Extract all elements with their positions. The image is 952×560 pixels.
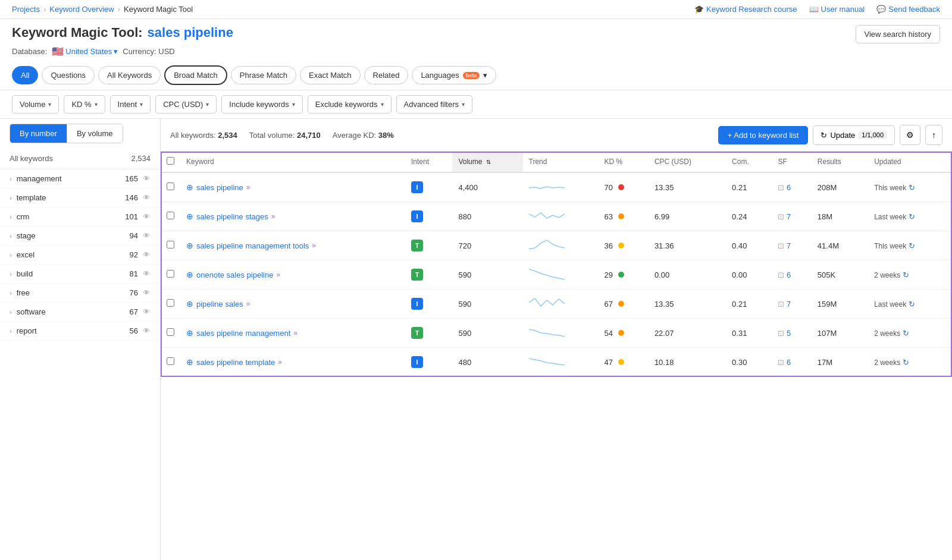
breadcrumb-keyword-overview[interactable]: Keyword Overview — [49, 5, 114, 14]
export-button[interactable]: ↑ — [925, 125, 942, 145]
page-title: Keyword Magic Tool: sales pipeline — [12, 25, 233, 40]
sidebar-item-build[interactable]: › build 81 👁 — [0, 265, 160, 284]
refresh-icon[interactable]: ↻ — [903, 329, 909, 338]
sidebar-header-label: All keywords — [10, 154, 53, 163]
cpc-cell-5: 22.07 — [649, 319, 726, 348]
refresh-icon[interactable]: ↻ — [909, 212, 915, 221]
sf-link-0[interactable]: 6 — [787, 183, 791, 192]
user-manual-link[interactable]: 📖 User manual — [809, 5, 865, 14]
chevron-right-icon: › — [10, 270, 12, 278]
plus-circle-icon: ⊕ — [186, 241, 193, 250]
keyword-link-0[interactable]: ⊕ sales pipeline » — [186, 183, 399, 192]
trend-cell-6 — [523, 348, 599, 377]
keyword-research-course-link[interactable]: 🎓 Keyword Research course — [694, 5, 797, 14]
sidebar-item-report[interactable]: › report 56 👁 — [0, 322, 160, 341]
intent-filter[interactable]: Intent ▾ — [110, 95, 151, 114]
by-number-button[interactable]: By number — [10, 124, 67, 143]
trend-cell-1 — [523, 202, 599, 231]
sidebar-item-stage[interactable]: › stage 94 👁 — [0, 226, 160, 246]
sf-link-5[interactable]: 5 — [787, 329, 791, 338]
tab-related[interactable]: Related — [364, 66, 409, 84]
keyword-link-2[interactable]: ⊕ sales pipeline management tools » — [186, 241, 399, 250]
sf-link-4[interactable]: 7 — [787, 300, 791, 309]
sf-link-2[interactable]: 7 — [787, 241, 791, 250]
refresh-icon[interactable]: ↻ — [909, 300, 915, 309]
keyword-link-6[interactable]: ⊕ sales pipeline template » — [186, 357, 399, 367]
cpc-header: CPC (USD) — [649, 152, 726, 172]
add-to-keyword-list-button[interactable]: + Add to keyword list — [718, 126, 809, 144]
row-checkbox-2 — [161, 231, 180, 260]
eye-icon[interactable]: 👁 — [143, 193, 151, 202]
update-button[interactable]: ↻ Update 1/1,000 — [813, 125, 895, 145]
trend-chart-1 — [529, 208, 565, 223]
sidebar-item-free[interactable]: › free 76 👁 — [0, 284, 160, 303]
sidebar-view-controls: By number By volume — [0, 119, 160, 148]
sf-link-6[interactable]: 6 — [787, 358, 791, 367]
sidebar-item-template[interactable]: › template 146 👁 — [0, 188, 160, 207]
send-feedback-link[interactable]: 💬 Send feedback — [876, 5, 940, 14]
keyword-link-1[interactable]: ⊕ sales pipeline stages » — [186, 212, 399, 221]
sidebar-item-excel[interactable]: › excel 92 👁 — [0, 246, 160, 265]
intent-badge-1: I — [411, 210, 423, 222]
tab-questions[interactable]: Questions — [42, 66, 95, 84]
eye-icon[interactable]: 👁 — [143, 269, 151, 278]
volume-filter[interactable]: Volume ▾ — [12, 95, 59, 114]
volume-cell-5: 590 — [452, 319, 522, 348]
chevron-right-icon: › — [10, 251, 12, 259]
sidebar-item-software[interactable]: › software 67 👁 — [0, 303, 160, 322]
select-all-checkbox[interactable] — [167, 157, 174, 165]
sidebar-header: All keywords 2,534 — [0, 148, 160, 169]
tab-broad-match[interactable]: Broad Match — [164, 65, 227, 85]
cpc-cell-2: 31.36 — [649, 231, 726, 260]
settings-button[interactable]: ⚙ — [900, 125, 920, 145]
tab-all-keywords[interactable]: All Keywords — [98, 66, 161, 84]
row-checkbox-5 — [161, 319, 180, 348]
view-history-button[interactable]: View search history — [856, 25, 940, 43]
updated-cell-4: Last week ↻ — [868, 290, 952, 319]
keyword-link-3[interactable]: ⊕ onenote sales pipeline » — [186, 270, 399, 279]
avg-kd-stat: Average KD: 38% — [333, 131, 394, 140]
sidebar-item-crm[interactable]: › crm 101 👁 — [0, 207, 160, 226]
refresh-icon[interactable]: ↻ — [903, 358, 909, 367]
eye-icon[interactable]: 👁 — [143, 231, 151, 240]
eye-icon[interactable]: 👁 — [143, 212, 151, 221]
cpc-filter[interactable]: CPC (USD) ▾ — [155, 95, 217, 114]
breadcrumb: Projects › Keyword Overview › Keyword Ma… — [12, 5, 193, 14]
results-header: Results — [812, 152, 868, 172]
eye-icon[interactable]: 👁 — [143, 250, 151, 259]
volume-header[interactable]: Volume ⇅ — [452, 152, 522, 172]
tab-all[interactable]: All — [12, 66, 38, 84]
languages-button[interactable]: Languages beta ▾ — [412, 66, 496, 84]
tab-phrase-match[interactable]: Phrase Match — [231, 66, 296, 84]
sf-cell-5: ⊡ 5 — [772, 319, 811, 348]
sidebar-item-management[interactable]: › management 165 👁 — [0, 169, 160, 188]
refresh-icon[interactable]: ↻ — [909, 183, 915, 192]
keyword-cell-4: ⊕ pipeline sales » — [180, 290, 405, 319]
keyword-link-5[interactable]: ⊕ sales pipeline management » — [186, 328, 399, 338]
cpc-cell-6: 10.18 — [649, 348, 726, 377]
row-checkbox-0 — [161, 172, 180, 202]
refresh-icon[interactable]: ↻ — [909, 241, 915, 250]
by-volume-button[interactable]: By volume — [67, 124, 123, 143]
tab-exact-match[interactable]: Exact Match — [300, 66, 361, 84]
exclude-keywords-filter[interactable]: Exclude keywords ▾ — [308, 95, 392, 114]
database-selector[interactable]: 🇺🇸 United States ▾ — [52, 46, 118, 57]
eye-icon[interactable]: 👁 — [143, 326, 151, 335]
sf-link-1[interactable]: 7 — [787, 212, 791, 221]
row-checkbox-1 — [161, 202, 180, 231]
results-cell-0: 208M — [812, 172, 868, 202]
trend-chart-3 — [529, 266, 565, 281]
breadcrumb-projects[interactable]: Projects — [12, 5, 40, 14]
intent-cell-6: I — [405, 348, 452, 377]
eye-icon[interactable]: 👁 — [143, 174, 151, 183]
advanced-filters[interactable]: Advanced filters ▾ — [396, 95, 473, 114]
eye-icon[interactable]: 👁 — [143, 288, 151, 297]
com-cell-5: 0.31 — [726, 319, 772, 348]
keyword-link-4[interactable]: ⊕ pipeline sales » — [186, 299, 399, 309]
eye-icon[interactable]: 👁 — [143, 307, 151, 316]
kd-filter[interactable]: KD % ▾ — [64, 95, 105, 114]
include-keywords-filter[interactable]: Include keywords ▾ — [221, 95, 302, 114]
refresh-icon[interactable]: ↻ — [903, 270, 909, 279]
chevron-right-icon: › — [10, 175, 12, 183]
sf-link-3[interactable]: 6 — [787, 270, 791, 279]
